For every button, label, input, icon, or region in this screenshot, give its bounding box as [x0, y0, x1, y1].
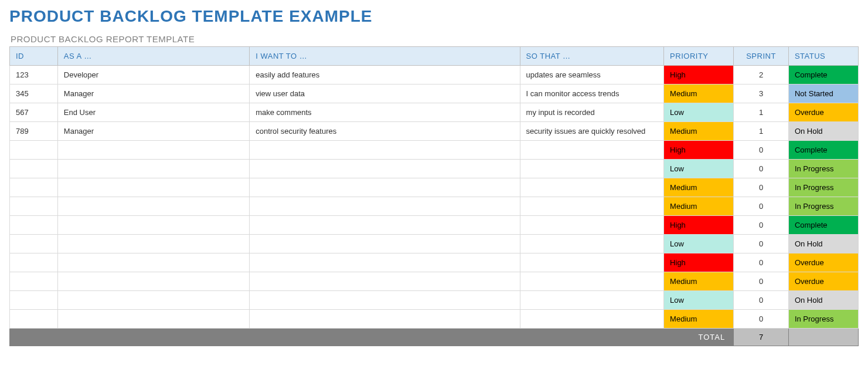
cell-asa[interactable]: End User	[57, 103, 249, 122]
cell-id[interactable]	[10, 216, 58, 235]
cell-so[interactable]	[520, 235, 664, 253]
cell-want[interactable]: control security features	[250, 122, 520, 141]
cell-sprint[interactable]: 0	[734, 253, 789, 272]
cell-priority[interactable]: High	[664, 141, 734, 160]
cell-want[interactable]	[250, 272, 520, 291]
cell-status[interactable]: In Progress	[788, 160, 858, 178]
cell-so[interactable]: updates are seamless	[520, 66, 664, 84]
cell-priority[interactable]: Medium	[664, 197, 734, 216]
cell-asa[interactable]	[57, 272, 249, 291]
cell-asa[interactable]: Manager	[57, 84, 249, 103]
cell-sprint[interactable]: 1	[734, 122, 789, 141]
cell-sprint[interactable]: 0	[734, 178, 789, 197]
cell-want[interactable]	[250, 216, 520, 235]
cell-want[interactable]	[250, 291, 520, 310]
cell-priority[interactable]: Low	[664, 291, 734, 310]
cell-sprint[interactable]: 0	[734, 272, 789, 291]
cell-sprint[interactable]: 0	[734, 291, 789, 310]
cell-want[interactable]	[250, 235, 520, 253]
cell-so[interactable]	[520, 178, 664, 197]
cell-so[interactable]	[520, 291, 664, 310]
cell-sprint[interactable]: 0	[734, 197, 789, 216]
table-row: Low0On Hold	[10, 291, 859, 310]
cell-priority[interactable]: Low	[664, 160, 734, 178]
cell-id[interactable]: 123	[10, 66, 58, 84]
cell-sprint[interactable]: 0	[734, 141, 789, 160]
cell-id[interactable]	[10, 310, 58, 329]
cell-sprint[interactable]: 0	[734, 310, 789, 329]
cell-id[interactable]	[10, 141, 58, 160]
cell-priority[interactable]: Medium	[664, 310, 734, 329]
cell-priority[interactable]: Medium	[664, 122, 734, 141]
cell-priority[interactable]: Medium	[664, 272, 734, 291]
col-status: STATUS	[788, 47, 858, 66]
cell-status[interactable]: In Progress	[788, 310, 858, 329]
cell-sprint[interactable]: 0	[734, 160, 789, 178]
cell-id[interactable]	[10, 235, 58, 253]
cell-status[interactable]: Not Started	[788, 84, 858, 103]
cell-status[interactable]: On Hold	[788, 235, 858, 253]
cell-status[interactable]: Overdue	[788, 253, 858, 272]
cell-want[interactable]	[250, 197, 520, 216]
cell-asa[interactable]	[57, 141, 249, 160]
cell-so[interactable]	[520, 310, 664, 329]
cell-id[interactable]	[10, 160, 58, 178]
cell-status[interactable]: Complete	[788, 141, 858, 160]
cell-want[interactable]: easily add features	[250, 66, 520, 84]
cell-so[interactable]	[520, 197, 664, 216]
cell-priority[interactable]: High	[664, 66, 734, 84]
cell-status[interactable]: On Hold	[788, 122, 858, 141]
cell-so[interactable]: security issues are quickly resolved	[520, 122, 664, 141]
cell-asa[interactable]	[57, 253, 249, 272]
cell-priority[interactable]: Medium	[664, 178, 734, 197]
cell-priority[interactable]: Low	[664, 103, 734, 122]
cell-status[interactable]: On Hold	[788, 291, 858, 310]
cell-so[interactable]	[520, 216, 664, 235]
cell-sprint[interactable]: 2	[734, 66, 789, 84]
cell-sprint[interactable]: 0	[734, 216, 789, 235]
cell-asa[interactable]	[57, 160, 249, 178]
cell-id[interactable]	[10, 272, 58, 291]
cell-asa[interactable]	[57, 310, 249, 329]
cell-want[interactable]	[250, 141, 520, 160]
cell-so[interactable]	[520, 141, 664, 160]
cell-id[interactable]	[10, 178, 58, 197]
cell-want[interactable]	[250, 310, 520, 329]
cell-sprint[interactable]: 3	[734, 84, 789, 103]
cell-priority[interactable]: Medium	[664, 84, 734, 103]
cell-id[interactable]: 567	[10, 103, 58, 122]
cell-sprint[interactable]: 0	[734, 235, 789, 253]
cell-want[interactable]	[250, 160, 520, 178]
cell-so[interactable]	[520, 253, 664, 272]
cell-priority[interactable]: High	[664, 216, 734, 235]
cell-want[interactable]	[250, 178, 520, 197]
cell-sprint[interactable]: 1	[734, 103, 789, 122]
cell-priority[interactable]: Low	[664, 235, 734, 253]
cell-asa[interactable]	[57, 197, 249, 216]
cell-want[interactable]: view user data	[250, 84, 520, 103]
cell-asa[interactable]	[57, 291, 249, 310]
cell-so[interactable]: my input is recorded	[520, 103, 664, 122]
cell-asa[interactable]	[57, 235, 249, 253]
cell-so[interactable]	[520, 160, 664, 178]
cell-status[interactable]: Overdue	[788, 272, 858, 291]
cell-asa[interactable]	[57, 216, 249, 235]
cell-status[interactable]: In Progress	[788, 178, 858, 197]
cell-want[interactable]	[250, 253, 520, 272]
cell-id[interactable]: 345	[10, 84, 58, 103]
cell-asa[interactable]: Manager	[57, 122, 249, 141]
cell-status[interactable]: In Progress	[788, 197, 858, 216]
cell-status[interactable]: Overdue	[788, 103, 858, 122]
cell-id[interactable]: 789	[10, 122, 58, 141]
cell-want[interactable]: make comments	[250, 103, 520, 122]
cell-status[interactable]: Complete	[788, 216, 858, 235]
cell-id[interactable]	[10, 253, 58, 272]
cell-asa[interactable]: Developer	[57, 66, 249, 84]
cell-so[interactable]	[520, 272, 664, 291]
cell-status[interactable]: Complete	[788, 66, 858, 84]
cell-id[interactable]	[10, 197, 58, 216]
cell-so[interactable]: I can monitor access trends	[520, 84, 664, 103]
cell-asa[interactable]	[57, 178, 249, 197]
cell-priority[interactable]: High	[664, 253, 734, 272]
cell-id[interactable]	[10, 291, 58, 310]
